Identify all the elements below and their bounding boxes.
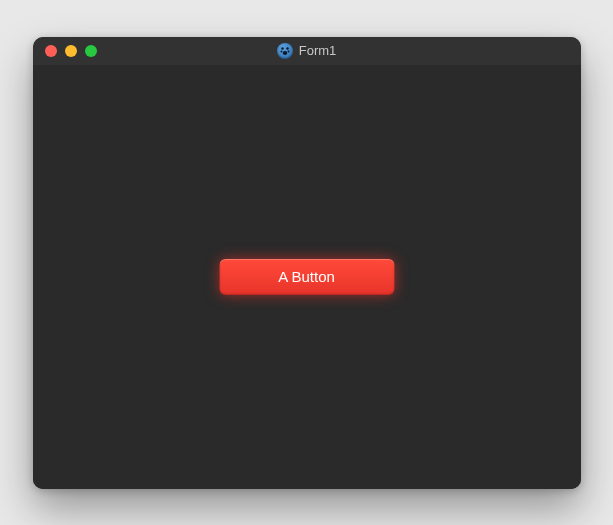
svg-point-1	[286, 47, 288, 49]
svg-point-2	[280, 50, 282, 52]
window-controls	[33, 45, 97, 57]
title-center: Form1	[33, 43, 581, 59]
window-content: A Button	[33, 65, 581, 489]
zoom-button[interactable]	[85, 45, 97, 57]
window-title: Form1	[299, 43, 337, 58]
main-button[interactable]: A Button	[219, 259, 394, 295]
app-paw-icon	[277, 43, 293, 59]
close-button[interactable]	[45, 45, 57, 57]
svg-point-4	[282, 51, 287, 55]
minimize-button[interactable]	[65, 45, 77, 57]
svg-point-0	[281, 47, 283, 49]
application-window: Form1 A Button	[33, 37, 581, 489]
svg-point-3	[287, 50, 289, 52]
titlebar: Form1	[33, 37, 581, 65]
